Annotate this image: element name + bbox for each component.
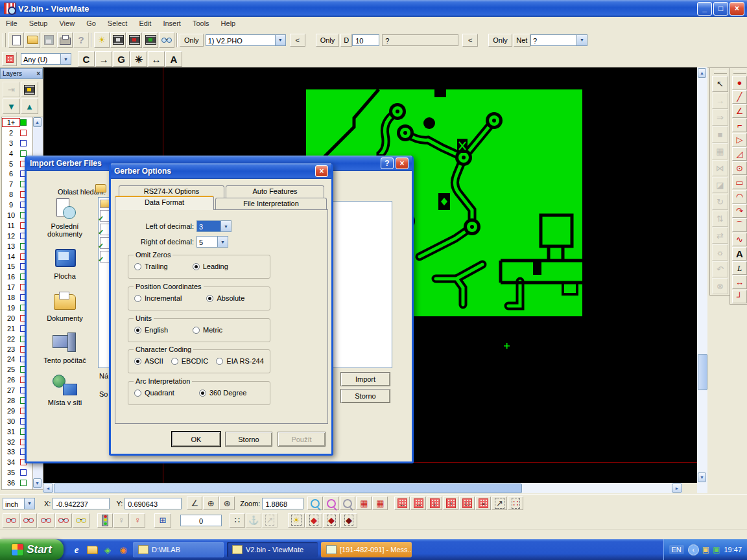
layer-up-icon[interactable]: ▲	[21, 99, 38, 114]
save-icon[interactable]	[41, 32, 56, 48]
menu-insert[interactable]: Insert	[157, 18, 187, 29]
zoom-window-icon[interactable]	[340, 496, 355, 510]
taskbar-task[interactable]: V2.bin - ViewMate	[227, 542, 318, 557]
draw-line-icon[interactable]: ╱	[732, 90, 747, 104]
vertical-scrollbar[interactable]: ▲ ▼	[697, 67, 707, 493]
left-decimal-combo[interactable]: 3 ▼	[196, 220, 231, 232]
minimize-button[interactable]: _	[697, 2, 712, 16]
layer-row[interactable]: 2	[2, 128, 33, 138]
cancel-button[interactable]: Storno	[340, 389, 390, 403]
draw-dimension-icon[interactable]: ↔	[732, 275, 747, 289]
menu-view[interactable]: View	[53, 18, 80, 29]
radio-icon[interactable]	[171, 358, 178, 365]
gerber-options-title-bar[interactable]: Gerber Options ×	[111, 163, 331, 179]
close-icon[interactable]: ×	[396, 158, 409, 169]
new-file-icon[interactable]	[8, 32, 24, 48]
look-in-combo[interactable]	[95, 184, 106, 194]
draw-chord-icon[interactable]: ⌒	[732, 218, 747, 232]
scroll-up-icon[interactable]: ▲	[698, 68, 706, 78]
place-plocha[interactable]: Plocha	[33, 247, 97, 280]
tile-view-icon[interactable]: ⊞	[154, 513, 171, 528]
import-button[interactable]: Import	[340, 372, 390, 386]
print-icon[interactable]	[57, 32, 73, 48]
film-components-icon[interactable]	[110, 32, 126, 48]
radio-incremental[interactable]: Incremental	[134, 294, 182, 302]
layer-row[interactable]: 36	[2, 478, 33, 488]
stretch-icon[interactable]: ↔	[148, 51, 165, 67]
pan-right-icon[interactable]: →	[410, 496, 426, 510]
chevron-down-icon[interactable]: ▼	[577, 34, 587, 46]
chevron-down-icon[interactable]: ▼	[61, 53, 71, 65]
fill-hatch-icon[interactable]: ▦	[712, 143, 728, 159]
radio-trailing[interactable]: Trailing	[134, 262, 168, 270]
toolbar-grip[interactable]	[3, 33, 6, 47]
film-stack-icon[interactable]	[21, 82, 38, 97]
cut-icon[interactable]: ⊗	[712, 278, 728, 294]
resize-icon[interactable]: ⇅	[712, 211, 728, 227]
rotate-icon[interactable]: ↻	[712, 194, 728, 210]
layer-down-icon[interactable]: ▼	[3, 99, 20, 114]
message-tray-icon[interactable]: ▣	[702, 546, 709, 554]
horizontal-scrollbar[interactable]: ◄ ►	[43, 483, 682, 493]
layer-row[interactable]: 3	[2, 138, 33, 148]
notes-launch-icon[interactable]: ◈	[101, 543, 114, 556]
draw-polyline-icon[interactable]: ∠	[732, 104, 747, 118]
only-net-button[interactable]: Only	[488, 34, 512, 47]
horizontal-scroll-thumb[interactable]	[54, 484, 522, 493]
radio-metric[interactable]: Metric	[193, 326, 222, 334]
radio-leading[interactable]: Leading	[193, 262, 228, 270]
component-c-icon[interactable]: C	[78, 51, 95, 67]
view-dots-glasses-icon[interactable]	[3, 513, 19, 528]
select-points-icon[interactable]: ∷	[508, 496, 523, 510]
cancel-button[interactable]: Storno	[225, 432, 272, 447]
flash-highlight-icon[interactable]: ☀	[94, 32, 110, 48]
fill-solid-icon[interactable]: ■	[712, 126, 728, 143]
close-icon[interactable]: ×	[315, 165, 328, 177]
tab-data-format[interactable]: Data Format	[115, 196, 214, 210]
draw-label-icon[interactable]: L	[732, 261, 747, 275]
radio-english[interactable]: English	[134, 326, 168, 334]
help-icon[interactable]: ?	[381, 158, 394, 169]
draw-elbow-icon[interactable]: ┘	[732, 290, 747, 303]
select-area-icon[interactable]: ↗	[492, 496, 507, 510]
radio-ascii[interactable]: ASCII	[134, 357, 163, 365]
angle-measure-icon[interactable]: ∠	[187, 496, 202, 510]
taskbar-task[interactable]: [191-482-091] - Mess...	[321, 542, 412, 557]
draw-open-poly-icon[interactable]: ▷	[732, 133, 747, 146]
pan-up-icon[interactable]: ↑	[443, 496, 458, 510]
language-indicator[interactable]: EN	[669, 545, 684, 554]
measure-glasses-icon[interactable]	[159, 32, 174, 48]
radio-icon[interactable]	[206, 295, 213, 302]
anchor-icon[interactable]: ⚓	[246, 513, 261, 528]
ie-icon[interactable]: e	[70, 543, 83, 556]
pad-mode-icon[interactable]: ◆	[305, 513, 322, 528]
menu-help[interactable]: Help	[215, 18, 242, 29]
start-button[interactable]: Start	[0, 539, 64, 560]
probe-target-icon[interactable]: ⊛	[219, 496, 235, 510]
prev-net-button[interactable]: <	[462, 34, 478, 47]
draw-curve-icon[interactable]: ↷	[732, 204, 747, 218]
layer-color-swatch[interactable]	[20, 480, 27, 486]
grid-toggle-icon[interactable]: ▦	[356, 496, 372, 510]
menu-tools[interactable]: Tools	[187, 18, 215, 29]
text-select-icon[interactable]: A	[165, 51, 182, 67]
radio-icon[interactable]	[193, 327, 200, 334]
folder-launch-icon[interactable]	[86, 543, 99, 556]
layer-combo[interactable]: 1) V2.PHO ▼	[206, 34, 286, 46]
radio-eia-rs-244[interactable]: EIA RS-244	[216, 357, 263, 365]
radio-icon[interactable]	[134, 358, 141, 365]
dock-panel-icon[interactable]: ⇥	[3, 82, 20, 97]
pan-down-icon[interactable]: ↓	[427, 496, 442, 510]
apply-button[interactable]: Použít	[278, 432, 326, 447]
filter-combo[interactable]: Any (U) ▼	[21, 53, 71, 65]
radio-absolute[interactable]: Absolute	[206, 294, 244, 302]
radio-icon[interactable]	[134, 263, 141, 270]
traffic-light-icon[interactable]	[97, 513, 113, 528]
radio-quadrant[interactable]: Quadrant	[134, 389, 174, 397]
move-feature-icon[interactable]: →	[712, 93, 728, 109]
only-layer-button[interactable]: Only	[180, 34, 204, 47]
select-cursor-icon[interactable]: ↖	[712, 76, 728, 92]
radio-ebcdic[interactable]: EBCDIC	[171, 357, 209, 365]
firefox-icon[interactable]: ◉	[117, 543, 130, 556]
radio-icon[interactable]	[134, 295, 141, 302]
